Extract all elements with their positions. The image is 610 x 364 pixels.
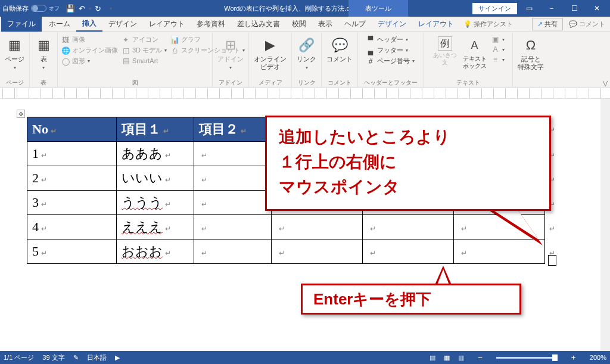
table-cell[interactable]: あああ↵ [117, 142, 194, 166]
quick-access-toolbar: 💾 ↶ ▾ ↻ ▾ [66, 4, 112, 13]
table-cell[interactable]: えええ↵ [117, 215, 194, 239]
table-cell[interactable]: ↵ [194, 239, 272, 264]
view-read-icon[interactable]: ▤ [426, 353, 439, 362]
group-illustrations: 🖼画像 🌐オンライン画像 ◯図形 ▾ ✦アイコン ◫3D モデル ▾ ▤Smar… [58, 32, 213, 88]
table-cell[interactable]: ↵ [363, 239, 454, 264]
table-cell[interactable]: ↵ [272, 239, 363, 264]
maximize-icon[interactable]: ☐ [564, 0, 585, 17]
header-item1: 項目１↵ [117, 117, 194, 142]
text-extra-2[interactable]: A▾ [491, 45, 505, 54]
online-pictures-button[interactable]: 🌐オンライン画像 [61, 46, 118, 55]
table-button[interactable]: ▦ 表▾ [33, 34, 54, 71]
view-print-icon[interactable]: ▦ [440, 353, 453, 362]
autosave-toggle-group[interactable]: 自動保存 オフ [2, 4, 60, 13]
table-cell[interactable]: ↵ [194, 191, 272, 215]
video-icon: ▶ [262, 36, 279, 54]
screenshot-icon: ⎙ [170, 46, 179, 55]
table-cell[interactable]: おおお↵ [117, 239, 194, 264]
table-cell[interactable]: 3↵ [27, 191, 117, 215]
tab-table-layout[interactable]: レイアウト [412, 17, 460, 32]
models3d-button[interactable]: ◫3D モデル ▾ [122, 46, 167, 55]
shapes-button[interactable]: ◯図形 ▾ [61, 57, 118, 66]
tab-table-design[interactable]: デザイン [372, 17, 412, 32]
document-area[interactable]: ✥ No↵ 項目１↵ 項目２↵ 1↵あああ↵↵↵↵↵2↵いいい↵↵↵↵↵3↵うう… [0, 99, 610, 351]
comment-button[interactable]: 💬 コメント [325, 34, 354, 63]
textbox-button[interactable]: A テキスト ボックス [462, 34, 488, 70]
horizontal-ruler[interactable] [0, 88, 610, 99]
tab-help[interactable]: ヘルプ [338, 17, 372, 32]
undo-dropdown-icon[interactable]: ▾ [89, 6, 91, 11]
undo-icon[interactable]: ↶ [79, 4, 85, 13]
header-button[interactable]: ▀ヘッダー ▾ [366, 35, 415, 44]
header-no: No↵ [27, 117, 117, 142]
icons-button[interactable]: ✦アイコン [122, 35, 167, 44]
tab-layout[interactable]: レイアウト [143, 17, 191, 32]
close-icon[interactable]: ✕ [586, 0, 608, 17]
ribbon-display-options-icon[interactable]: ▭ [518, 0, 540, 17]
table-cell[interactable]: ↵ [194, 215, 272, 239]
tell-me-search[interactable]: 💡 操作アシスト [460, 17, 516, 32]
spellcheck-icon[interactable]: ✎ [73, 354, 79, 362]
tab-home[interactable]: ホーム [43, 17, 76, 32]
shapes-icon: ◯ [61, 57, 70, 66]
zoom-in-button[interactable]: ＋ [568, 352, 579, 363]
symbols-button[interactable]: Ω 記号と 特殊文字 [516, 34, 545, 71]
table-cell[interactable]: ↵ [194, 142, 272, 166]
table-cell[interactable]: ううう↵ [117, 191, 194, 215]
comments-button[interactable]: 💬 コメント [564, 17, 610, 32]
tab-mailings[interactable]: 差し込み文書 [231, 17, 286, 32]
status-words[interactable]: 39 文字 [42, 353, 64, 362]
header-item2: 項目２↵ [194, 117, 272, 142]
table-resize-handle-icon[interactable] [548, 255, 556, 266]
table-cell[interactable]: ↵ [272, 215, 363, 239]
redo-icon[interactable]: ↻ [95, 4, 101, 13]
autosave-toggle[interactable] [31, 5, 46, 12]
smartart-icon: ▤ [122, 57, 130, 65]
minimize-icon[interactable]: － [541, 0, 562, 17]
text-extra-3[interactable]: ≡▾ [491, 55, 505, 64]
table-row[interactable]: 4↵えええ↵↵↵↵↵ [27, 215, 545, 239]
addins-button[interactable]: ⊞ アドイン▾ [216, 34, 245, 71]
group-addins: ⊞ アドイン▾ アドイン [213, 32, 249, 88]
text-extra-1[interactable]: ▣▾ [491, 35, 505, 43]
tab-insert[interactable]: 挿入 [76, 17, 102, 32]
zoom-out-button[interactable]: − [476, 353, 484, 362]
table-cell[interactable]: 2↵ [27, 166, 117, 191]
status-language[interactable]: 日本語 [87, 353, 107, 362]
status-page[interactable]: 1/1 ページ [4, 353, 34, 362]
ribbon-tabs: ファイル ホーム 挿入 デザイン レイアウト 参考資料 差し込み文書 校閲 表示… [0, 17, 610, 32]
online-video-button[interactable]: ▶ オンライン ビデオ [253, 34, 288, 71]
table-cell[interactable]: ↵ [194, 166, 272, 191]
zoom-level[interactable]: 200% [590, 354, 606, 361]
vertical-scrollbar[interactable] [600, 99, 610, 351]
collapse-ribbon-icon[interactable]: ⋁ [603, 80, 608, 86]
view-web-icon[interactable]: ▥ [455, 353, 468, 362]
tab-references[interactable]: 参考資料 [191, 17, 231, 32]
cell-mark: ↵ [41, 200, 47, 209]
signin-button[interactable]: サインイン [472, 3, 517, 14]
table-cell[interactable]: ↵ [363, 215, 454, 239]
greeting-button[interactable]: 例 あいさつ 文 [432, 34, 458, 66]
tab-design[interactable]: デザイン [102, 17, 143, 32]
share-button[interactable]: ↗ 共有 [532, 18, 563, 30]
tab-review[interactable]: 校閲 [286, 17, 312, 32]
table-row[interactable]: 5↵おおお↵↵↵↵↵ [27, 239, 545, 264]
table-cell[interactable]: いいい↵ [117, 166, 194, 191]
macro-icon[interactable]: ▶ [115, 354, 120, 362]
table-cell[interactable]: 1↵ [27, 142, 117, 166]
page-number-button[interactable]: #ページ番号 ▾ [366, 57, 415, 66]
table-cell[interactable]: 5↵ [27, 239, 117, 264]
table-cell[interactable]: 4↵ [27, 215, 117, 239]
zoom-slider[interactable] [496, 357, 556, 359]
smartart-button[interactable]: ▤SmartArt [122, 57, 167, 65]
tab-view[interactable]: 表示 [312, 17, 338, 32]
tab-file[interactable]: ファイル [1, 17, 42, 32]
links-button[interactable]: 🔗 リンク▾ [295, 34, 318, 71]
save-icon[interactable]: 💾 [66, 4, 75, 13]
footer-button[interactable]: ▄フッター ▾ [366, 46, 415, 55]
cell-mark: ↵ [201, 176, 207, 184]
cell-mark: ↵ [461, 249, 467, 257]
table-move-handle-icon[interactable]: ✥ [17, 110, 25, 118]
pages-button[interactable]: ▦ ページ▾ [4, 34, 26, 71]
pictures-button[interactable]: 🖼画像 [61, 35, 118, 44]
